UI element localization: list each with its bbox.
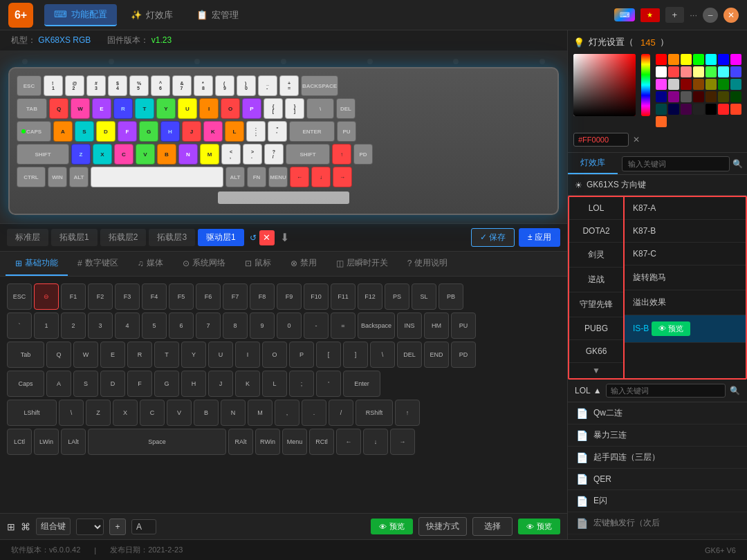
layer-tab-1[interactable]: 拓载层1 <box>51 229 98 246</box>
grid-key-backslash3[interactable]: \ <box>59 400 84 426</box>
grid-key-ins[interactable]: INS <box>397 312 422 339</box>
color-swatch[interactable] <box>656 66 667 77</box>
key-enter[interactable]: ENTER <box>289 121 335 142</box>
nav-tab-macro[interactable]: 📋 宏管理 <box>187 5 248 26</box>
grid-key-f9[interactable]: F9 <box>277 283 302 310</box>
grid-key-b[interactable]: B <box>194 400 219 426</box>
select-btn[interactable]: 选择 <box>472 517 513 536</box>
color-swatch[interactable] <box>718 66 729 77</box>
key-lbrace[interactable]: {[ <box>264 98 283 119</box>
grid-key-f2[interactable]: F2 <box>88 283 113 310</box>
grid-key-f6[interactable]: F6 <box>196 283 221 310</box>
func-tab-numpad[interactable]: # 数字键区 <box>68 252 128 276</box>
func-tab-basic[interactable]: ⊞ 基础功能 <box>6 252 68 276</box>
grid-key-y[interactable]: Y <box>181 342 206 368</box>
key-ralt[interactable]: ALT <box>225 167 245 187</box>
key-menu[interactable]: MENU <box>268 167 288 187</box>
color-swatch[interactable] <box>718 104 729 115</box>
color-swatch[interactable] <box>718 91 729 102</box>
key-fn[interactable]: FN <box>247 167 266 187</box>
key-e[interactable]: E <box>92 98 111 119</box>
func-tab-network[interactable]: ⊙ 系统网络 <box>173 252 235 276</box>
grid-key-backslash2[interactable]: \ <box>370 342 395 368</box>
grid-key-6[interactable]: 6 <box>169 312 194 339</box>
key-space[interactable] <box>91 167 223 187</box>
key-i[interactable]: I <box>199 98 219 119</box>
preset-item-dota2[interactable]: DOTA2 <box>569 220 623 243</box>
grid-key-del[interactable]: DEL <box>397 342 422 368</box>
grid-key-caps[interactable]: Caps <box>7 371 44 397</box>
grid-key-0[interactable]: 0 <box>277 312 302 339</box>
preview2-toolbar-btn[interactable]: 👁 预览 <box>518 519 560 534</box>
key-9[interactable]: (9 <box>215 75 234 96</box>
plus-btn[interactable]: + <box>109 519 126 535</box>
grid-key-d[interactable]: D <box>100 371 125 397</box>
key-6[interactable]: ^6 <box>151 75 170 96</box>
grid-key-backtick[interactable]: ` <box>7 312 32 339</box>
key-p[interactable]: P <box>242 98 261 119</box>
grid-key-w[interactable]: W <box>73 342 98 368</box>
grid-key-rshift[interactable]: RShift <box>356 400 393 426</box>
key-2[interactable]: @2 <box>65 75 84 96</box>
grid-key-rctl[interactable]: RCtl <box>309 429 334 455</box>
key-g[interactable]: G <box>139 121 158 142</box>
macro-item-0[interactable]: 📄 Qw二连 <box>568 402 747 424</box>
grid-key-pd2[interactable]: PD <box>451 342 476 368</box>
lctrl-select[interactable]: LCtrl <box>76 519 104 535</box>
shortcut-btn[interactable]: 快捷方式 <box>418 517 467 536</box>
key-a[interactable]: A <box>53 121 73 142</box>
grid-key-n[interactable]: N <box>221 400 246 426</box>
key-lwin[interactable]: WIN <box>48 167 67 187</box>
key-quote[interactable]: "' <box>268 121 287 142</box>
func-tab-layer[interactable]: ◫ 层瞬时开关 <box>326 252 398 276</box>
key-down[interactable]: ↓ <box>311 167 331 187</box>
color-swatch[interactable] <box>656 116 667 127</box>
grid-key-m[interactable]: M <box>248 400 273 426</box>
grid-key-5[interactable]: 5 <box>142 312 167 339</box>
color-swatch[interactable] <box>693 54 704 65</box>
grid-key-hm[interactable]: HM <box>424 312 449 339</box>
grid-key-f3[interactable]: F3 <box>115 283 140 310</box>
grid-key-lbracket[interactable]: [ <box>316 342 341 368</box>
color-swatch[interactable] <box>668 104 679 115</box>
grid-key-tab[interactable]: Tab <box>7 342 44 368</box>
grid-key-dash[interactable]: - <box>304 312 329 339</box>
preview-toolbar-btn[interactable]: 👁 预览 <box>371 519 413 534</box>
key-l[interactable]: L <box>225 121 244 142</box>
grid-key-f7[interactable]: F7 <box>223 283 248 310</box>
grid-key-ralt[interactable]: RAlt <box>228 429 253 455</box>
color-swatch[interactable] <box>668 54 679 65</box>
combo-key-select[interactable]: 组合键 <box>36 518 71 535</box>
apply-btn[interactable]: ± 应用 <box>519 228 560 247</box>
key-minus[interactable]: _- <box>258 75 277 96</box>
preset-right-isb[interactable]: IS-B 👁 预览 <box>625 315 746 343</box>
key-o[interactable]: O <box>221 98 240 119</box>
color-swatch[interactable] <box>706 79 717 90</box>
color-swatch[interactable] <box>668 91 679 102</box>
layer-tab-driver1[interactable]: 驱动层1 <box>198 229 244 246</box>
add-btn[interactable]: + <box>665 7 685 23</box>
color-swatch[interactable] <box>693 66 704 77</box>
delete-layer-btn[interactable]: ✕ <box>259 230 275 245</box>
download-icon[interactable]: ⬇ <box>280 231 289 244</box>
key-lshift[interactable]: SHIFT <box>17 144 69 165</box>
func-tab-mouse[interactable]: ⊡ 鼠标 <box>235 252 281 276</box>
color-swatch[interactable] <box>656 91 667 102</box>
macro-search-icon[interactable]: 🔍 <box>730 386 740 395</box>
preset-item-jiuling[interactable]: 剑灵 <box>569 243 623 268</box>
hex-input[interactable] <box>573 133 629 147</box>
grid-key-l[interactable]: L <box>262 371 287 397</box>
key-a-input[interactable]: A <box>131 519 156 534</box>
grid-key-period[interactable]: . <box>302 400 326 426</box>
grid-key-pb[interactable]: PB <box>439 283 463 310</box>
key-qmark[interactable]: ?/ <box>264 144 284 165</box>
macro-search[interactable] <box>606 384 726 398</box>
close-btn[interactable]: ✕ <box>723 8 739 23</box>
key-h[interactable]: H <box>160 121 180 142</box>
color-gradient[interactable] <box>573 54 636 116</box>
func-tab-disable[interactable]: ⊗ 禁用 <box>281 252 326 276</box>
grid-key-9[interactable]: 9 <box>250 312 275 339</box>
key-z[interactable]: Z <box>71 144 91 165</box>
grid-key-lalt[interactable]: LAlt <box>61 429 86 455</box>
key-u[interactable]: U <box>178 98 197 119</box>
